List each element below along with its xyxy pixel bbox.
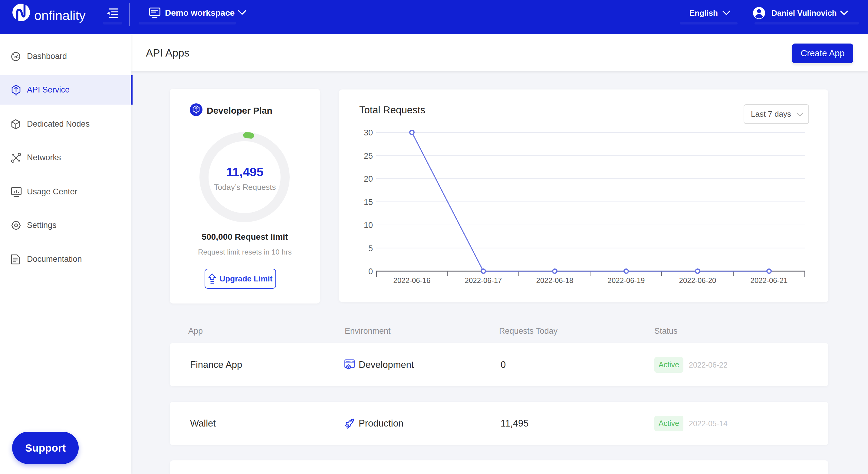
svg-text:2022-06-20: 2022-06-20 bbox=[679, 276, 716, 284]
svg-text:2022-06-21: 2022-06-21 bbox=[751, 276, 788, 284]
svg-text:5: 5 bbox=[368, 244, 373, 253]
svg-text:0: 0 bbox=[368, 267, 373, 276]
svg-text:2022-06-18: 2022-06-18 bbox=[536, 276, 574, 284]
svg-text:20: 20 bbox=[364, 174, 373, 183]
svg-text:2022-06-16: 2022-06-16 bbox=[394, 276, 431, 284]
svg-text:10: 10 bbox=[364, 221, 373, 230]
svg-text:30: 30 bbox=[364, 128, 373, 137]
svg-text:2022-06-19: 2022-06-19 bbox=[608, 276, 645, 284]
svg-text:2022-06-17: 2022-06-17 bbox=[465, 276, 502, 284]
svg-text:15: 15 bbox=[364, 198, 373, 207]
svg-text:25: 25 bbox=[364, 151, 373, 161]
